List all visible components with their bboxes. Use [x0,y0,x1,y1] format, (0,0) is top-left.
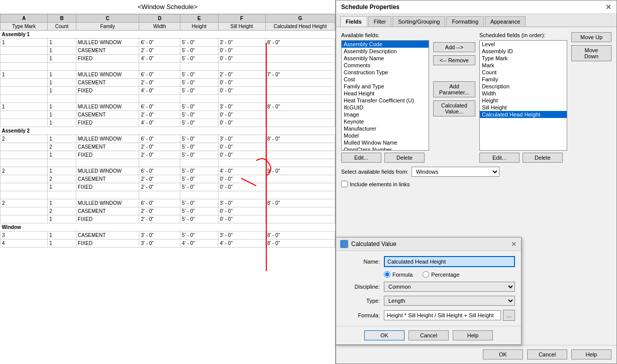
available-field-item[interactable]: Image [342,111,429,118]
table-cell: MULLED WINDOW [76,167,139,175]
available-field-item[interactable]: Mulled Window Name [342,139,429,146]
scheduled-field-item[interactable]: Assembly ID [480,48,567,55]
calc-ok-button[interactable]: OK [364,330,404,340]
calc-cancel-button[interactable]: Cancel [408,330,449,340]
formula-radio-label: Formula [392,272,413,278]
table-cell: 4 [1,239,48,248]
schedule-panel: <Window Schedule> A B C D E F G Type Mar… [0,0,336,364]
scheduled-field-item[interactable]: Description [480,83,567,90]
scheduled-field-item[interactable]: Calculated Head Height [480,111,567,118]
add-parameter-button[interactable]: Add Parameter... [433,81,475,97]
calc-title-area: Calculated Value [340,240,396,248]
available-field-item[interactable]: Assembly Description [342,48,429,55]
available-field-item[interactable]: Head Height [342,90,429,97]
calculated-value-button[interactable]: Calculated Value... [433,100,475,116]
table-cell: 5' - 0" [180,71,218,79]
table-cell: 0' - 0" [218,143,265,151]
scheduled-field-item[interactable]: Type Mark [480,55,567,62]
available-field-item[interactable]: Family and Type [342,83,429,90]
name-input[interactable] [384,256,515,267]
available-field-item[interactable]: Heat Transfer Coefficient (U) [342,97,429,104]
table-cell: 2 [48,175,76,183]
discipline-select[interactable]: Common [384,282,515,292]
scheduled-field-item[interactable]: Height [480,97,567,104]
help-button[interactable]: Help [571,349,611,359]
calc-dialog-title: Calculated Value [351,240,396,248]
scheduled-field-item[interactable]: Count [480,69,567,76]
table-cell: 5' - 0" [180,119,218,127]
percentage-radio[interactable] [423,271,429,278]
tab-formatting[interactable]: Formatting [446,16,484,27]
table-cell: 1 [48,79,76,87]
type-label: Type: [342,298,380,304]
table-row: 11MULLED WINDOW6' - 0"5' - 0"3' - 0"8' -… [1,103,335,111]
cancel-button[interactable]: Cancel [527,349,567,359]
table-cell [265,215,335,223]
formula-dots-button[interactable]: ... [503,310,515,321]
formula-input[interactable] [384,310,501,320]
table-cell [1,79,48,87]
formula-radio[interactable] [384,271,390,278]
table-cell: 2' - 0" [218,71,265,79]
table-cell: 2' - 0" [139,207,180,215]
table-cell: 2' - 0" [139,151,180,159]
table-cell: 1 [48,215,76,223]
edit-button-left[interactable]: Edit... [341,153,381,163]
table-cell: 0' - 0" [218,207,265,215]
table-cell: 3' - 0" [218,231,265,239]
select-from-dropdown[interactable]: Windows [412,167,499,177]
table-cell: CASEMENT [76,79,139,87]
group-header-row: Assembly 2 [1,127,335,135]
edit-button-right[interactable]: Edit... [479,153,520,163]
close-icon[interactable]: ✕ [605,3,611,11]
scheduled-field-item[interactable]: Mark [480,62,567,69]
delete-button-right[interactable]: Delete [523,153,563,163]
table-cell: 0' - 0" [218,111,265,119]
scheduled-field-item[interactable]: Family [480,76,567,83]
table-cell: 0' - 0" [218,79,265,87]
schedule-scroll[interactable]: A B C D E F G Type Mark Count Family Wid… [0,14,335,364]
remove-button[interactable]: <-- Remove [433,55,475,65]
delete-button-left[interactable]: Delete [384,153,425,163]
calc-close-icon[interactable]: ✕ [511,240,517,248]
available-field-item[interactable]: Model [342,132,429,139]
table-cell: 0' - 0" [218,151,265,159]
table-cell: 4' - 0" [218,167,265,175]
available-field-item[interactable]: Cost [342,76,429,83]
available-field-item[interactable]: Assembly Name [342,55,429,62]
available-field-item[interactable]: Keynote [342,118,429,125]
table-cell: 2' - 0" [139,47,180,55]
table-cell: 1 [48,39,76,47]
available-field-item[interactable]: Manufacturer [342,125,429,132]
table-cell: 3' - 0" [218,199,265,207]
table-cell: 8' - 0" [265,135,335,143]
table-cell [180,159,218,167]
table-cell: 3' - 0" [139,239,180,248]
add-button[interactable]: Add --> [433,42,475,52]
available-field-item[interactable]: OmniClass Number [342,146,429,151]
available-field-item[interactable]: Construction Type [342,69,429,76]
table-cell [265,175,335,183]
col-letter-row: A B C D E F G [1,15,335,23]
ok-button[interactable]: OK [483,349,523,359]
scheduled-fields-listbox[interactable]: LevelAssembly IDType MarkMarkCountFamily… [479,40,567,151]
table-row: 11MULLED WINDOW6' - 0"5' - 0"2' - 0"7' -… [1,71,335,79]
available-field-item[interactable]: IfcGUID [342,104,429,111]
type-select[interactable]: Length [384,296,515,306]
available-field-item[interactable]: Assembly Code [342,41,429,48]
include-links-checkbox[interactable] [341,181,348,187]
move-down-button[interactable]: Move Down [571,45,611,61]
table-cell [218,95,265,103]
scheduled-field-item[interactable]: Sill Height [480,104,567,111]
available-field-item[interactable]: Comments [342,62,429,69]
table-row: 1FIXED4' - 0"5' - 0"0' - 0" [1,87,335,95]
available-fields-listbox[interactable]: Assembly CodeAssembly DescriptionAssembl… [341,40,429,151]
tab-filter[interactable]: Filter [368,16,391,27]
scheduled-field-item[interactable]: Level [480,41,567,48]
scheduled-field-item[interactable]: Width [480,90,567,97]
calc-help-button[interactable]: Help [453,330,493,340]
tab-sorting-grouping[interactable]: Sorting/Grouping [392,16,445,27]
tab-appearance[interactable]: Appearance [485,16,526,27]
tab-fields[interactable]: Fields [340,16,367,27]
move-up-button[interactable]: Move Up [571,32,611,42]
